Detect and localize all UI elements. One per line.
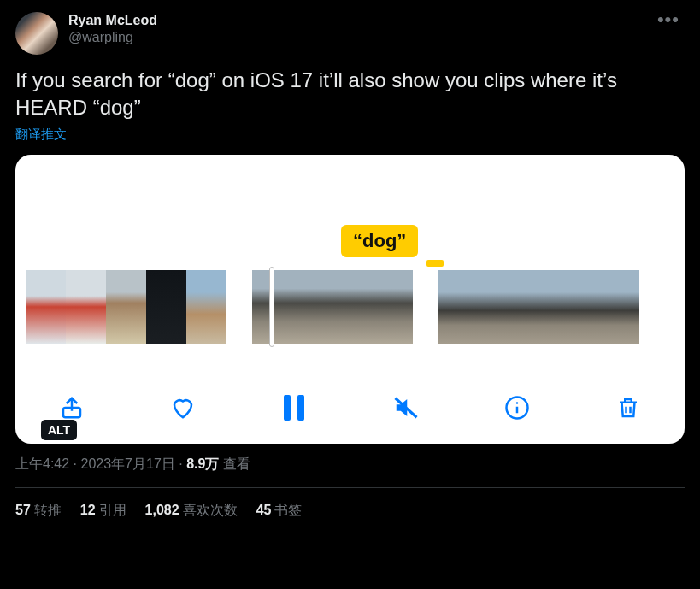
heart-icon[interactable] (168, 392, 198, 423)
more-icon[interactable]: ••• (652, 12, 685, 27)
bookmarks-stat[interactable]: 45书签 (256, 502, 303, 520)
tweet-container: Ryan McLeod @warpling ••• If you search … (0, 0, 700, 530)
avatar[interactable] (15, 12, 58, 55)
timeline-clip[interactable] (438, 270, 639, 344)
tweet-meta: 上午4:42 · 2023年7月17日 · 8.9万 查看 (15, 456, 685, 474)
view-label: 查看 (219, 456, 250, 471)
quotes-stat[interactable]: 12引用 (80, 502, 126, 520)
tweet-header: Ryan McLeod @warpling ••• (15, 12, 685, 55)
view-count: 8.9万 (186, 456, 219, 471)
share-icon[interactable] (56, 392, 87, 423)
media-attachment[interactable]: “dog” (15, 155, 685, 444)
timeline-clip[interactable] (252, 270, 413, 344)
mute-icon[interactable] (391, 392, 421, 423)
author-display-name: Ryan McLeod (68, 12, 642, 29)
video-timeline[interactable] (15, 270, 685, 344)
author-handle: @warpling (68, 29, 642, 46)
playhead[interactable] (269, 267, 274, 347)
timeline-clip[interactable] (26, 270, 226, 344)
tweet-time[interactable]: 上午4:42 (15, 456, 69, 471)
media-toolbar (15, 392, 685, 423)
svg-point-4 (516, 402, 519, 404)
tweet-date[interactable]: 2023年7月17日 (80, 456, 174, 471)
tweet-text: If you search for “dog” on iOS 17 it’ll … (15, 67, 685, 121)
stats-row: 57转推 12引用 1,082喜欢次数 45书签 (15, 488, 685, 520)
trash-icon[interactable] (613, 392, 644, 423)
likes-stat[interactable]: 1,082喜欢次数 (145, 502, 238, 520)
caption-marker (426, 260, 444, 267)
translate-link[interactable]: 翻译推文 (15, 127, 67, 143)
author-block[interactable]: Ryan McLeod @warpling (68, 12, 642, 46)
info-icon[interactable] (502, 392, 532, 423)
alt-badge[interactable]: ALT (41, 420, 77, 440)
retweets-stat[interactable]: 57转推 (15, 502, 62, 520)
pause-icon[interactable] (279, 392, 309, 423)
caption-bubble: “dog” (341, 225, 418, 257)
